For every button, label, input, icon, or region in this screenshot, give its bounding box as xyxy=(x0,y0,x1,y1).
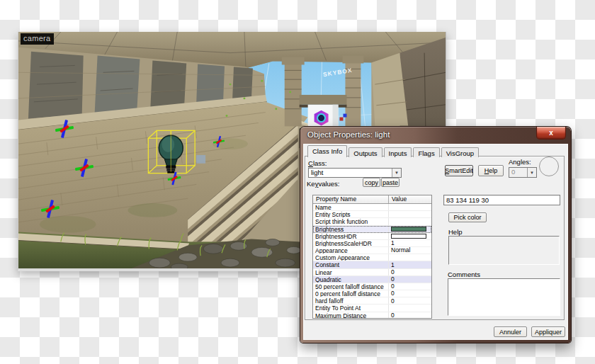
property-value xyxy=(389,254,431,261)
light-entity-marker[interactable] xyxy=(74,158,94,178)
property-name: BrightnessHDR xyxy=(313,233,389,239)
property-name: Brightness xyxy=(313,226,389,232)
close-icon: x xyxy=(549,129,553,137)
property-name: Script think function xyxy=(313,218,389,224)
tab-inputs[interactable]: Inputs xyxy=(384,147,412,157)
property-value: Normal xyxy=(389,247,431,254)
cancel-button[interactable]: Annuler xyxy=(494,326,527,337)
dialog-title: Object Properties: light xyxy=(307,130,390,139)
angles-label: Angles: xyxy=(509,158,531,166)
light-entity-marker[interactable] xyxy=(167,171,181,186)
property-name: BrightnessScaleHDR xyxy=(313,240,389,246)
comments-box[interactable] xyxy=(448,278,560,316)
angle-dial[interactable] xyxy=(539,157,559,176)
light-entity-marker[interactable] xyxy=(55,119,74,139)
close-button[interactable]: x xyxy=(536,127,566,140)
property-value xyxy=(389,226,431,232)
property-name: 0 percent falloff distance xyxy=(313,290,389,297)
pick-color-button[interactable]: Pick color xyxy=(448,212,487,222)
entity-cube-red xyxy=(339,118,343,121)
property-value xyxy=(389,204,431,210)
property-row[interactable]: BrightnessHDR xyxy=(313,233,431,240)
column-value[interactable]: Value xyxy=(389,195,431,203)
property-row[interactable]: Name xyxy=(313,204,431,211)
property-value: 1 xyxy=(389,240,431,246)
property-value xyxy=(389,211,431,217)
light-entity-marker[interactable] xyxy=(212,135,225,147)
property-rows: NameEntity ScriptsScript think functionB… xyxy=(313,204,431,319)
object-properties-dialog: Object Properties: light x Class InfoOut… xyxy=(300,127,571,343)
tab-bar: Class InfoOutputsInputsFlagsVisGroup xyxy=(307,145,480,157)
property-value: 0 xyxy=(389,297,431,304)
property-name: Entity To Point At xyxy=(313,305,389,311)
property-table-header: Property Name Value xyxy=(313,195,431,204)
tab-flags[interactable]: Flags xyxy=(413,147,439,157)
tab-outputs[interactable]: Outputs xyxy=(348,147,382,157)
property-row[interactable]: Maximum Distance0 xyxy=(313,312,431,319)
property-row[interactable]: 50 percent falloff distance0 xyxy=(313,283,431,290)
property-name: 50 percent falloff distance xyxy=(313,283,389,290)
property-value: 0 xyxy=(389,290,431,297)
property-row[interactable]: Entity To Point At xyxy=(313,305,431,312)
property-value: 1 xyxy=(389,261,431,268)
property-value xyxy=(389,305,431,311)
property-name: Constant xyxy=(313,261,389,268)
entity-cube-blue xyxy=(343,114,346,118)
property-name: Linear xyxy=(313,269,389,275)
color-swatch[interactable] xyxy=(391,234,426,239)
help-box xyxy=(448,236,560,265)
property-value: 0 xyxy=(389,276,431,283)
copy-button[interactable]: copy xyxy=(363,178,380,187)
light-entity-marker[interactable] xyxy=(40,199,60,219)
screenshot-canvas: SKYBOX camera xyxy=(0,0,595,364)
property-row[interactable]: Script think function xyxy=(313,218,431,225)
property-row[interactable]: Linear0 xyxy=(313,269,431,276)
property-row[interactable]: AppearanceNormal xyxy=(313,247,431,254)
property-row[interactable]: Constant1 xyxy=(313,261,431,268)
decal-square xyxy=(196,155,205,164)
value-input[interactable]: 83 134 119 30 xyxy=(443,195,560,205)
property-name: Quadratic xyxy=(313,276,389,283)
property-name: Maximum Distance xyxy=(313,312,389,319)
property-name: Custom Appearance xyxy=(313,254,389,261)
property-row[interactable]: hard falloff0 xyxy=(313,297,431,305)
comments-label: Comments xyxy=(448,271,480,278)
property-row[interactable]: BrightnessScaleHDR1 xyxy=(313,240,431,247)
apply-button[interactable]: Appliquer xyxy=(531,326,565,337)
class-combo-value: light xyxy=(309,169,392,177)
smartedit-button[interactable]: SmartEdit xyxy=(445,165,473,176)
angles-combo[interactable]: 0 ▼ xyxy=(509,167,537,178)
chevron-down-icon[interactable]: ▼ xyxy=(392,169,401,177)
column-property-name[interactable]: Property Name xyxy=(313,195,389,203)
property-row[interactable]: 0 percent falloff distance0 xyxy=(313,290,431,297)
property-value: 0 xyxy=(389,269,431,275)
property-value: 0 xyxy=(389,312,431,319)
property-row[interactable]: Brightness xyxy=(313,226,431,233)
chevron-down-icon: ▼ xyxy=(527,168,536,177)
keyvalues-label: Keyvalues: xyxy=(307,180,339,188)
property-row[interactable]: Quadratic0 xyxy=(313,276,431,283)
property-row[interactable]: Entity Scripts xyxy=(313,211,431,218)
camera-view-label[interactable]: camera xyxy=(21,33,54,45)
class-label: Class: xyxy=(308,159,327,167)
class-combo[interactable]: light ▼ xyxy=(308,168,402,178)
property-name: Name xyxy=(313,204,389,210)
property-row[interactable]: Custom Appearance xyxy=(313,254,431,261)
tab-class-info[interactable]: Class Info xyxy=(307,145,347,157)
property-name: hard falloff xyxy=(313,297,389,304)
property-name: Appearance xyxy=(313,247,389,254)
property-value xyxy=(389,218,431,224)
paste-button[interactable]: paste xyxy=(381,178,400,187)
property-value xyxy=(389,233,431,239)
help-button[interactable]: Help xyxy=(478,165,504,176)
property-name: Entity Scripts xyxy=(313,211,389,217)
property-table: Property Name Value NameEntity ScriptsSc… xyxy=(312,195,432,319)
help-section-label: Help xyxy=(448,228,463,236)
angles-value: 0 xyxy=(509,168,527,177)
tab-visgroup[interactable]: VisGroup xyxy=(441,147,479,157)
property-value: 0 xyxy=(389,283,431,290)
color-swatch[interactable] xyxy=(391,227,426,232)
